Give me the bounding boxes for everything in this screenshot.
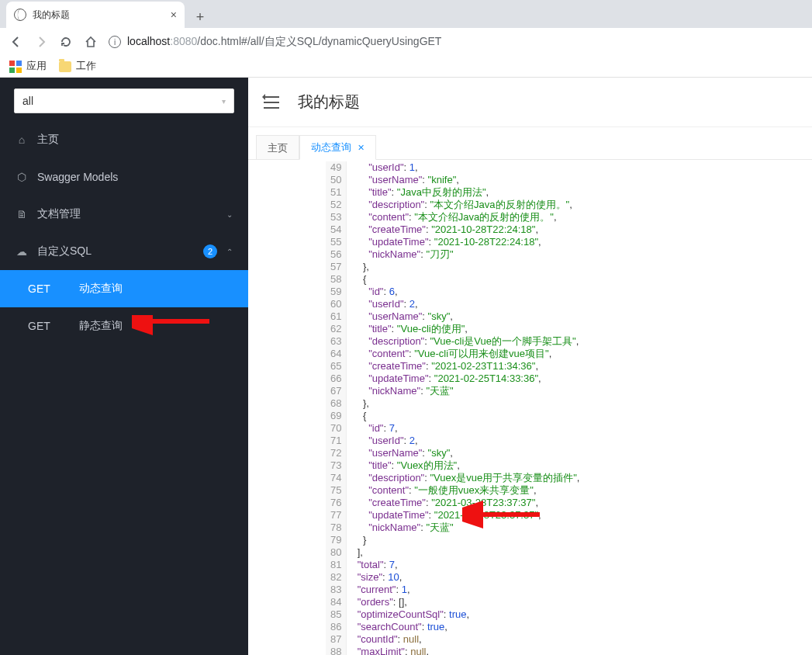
- line-number: 55: [330, 236, 341, 248]
- code-line: "size": 10,: [351, 571, 579, 584]
- apps-bookmark[interactable]: 应用: [9, 60, 47, 73]
- api-item-静态查询[interactable]: GET静态查询: [0, 307, 248, 345]
- line-number: 56: [330, 248, 341, 261]
- line-number: 67: [330, 385, 341, 397]
- line-number: 50: [330, 174, 341, 186]
- forward-icon: [34, 35, 48, 49]
- response-body[interactable]: 4950515253545556575859606162636465666768…: [326, 161, 812, 655]
- line-number: 70: [330, 422, 341, 435]
- code-line: "title": "Vuex的用法",: [351, 459, 579, 472]
- line-number: 74: [330, 472, 341, 484]
- url-path: /doc.html#/all/自定义SQL/dynamicQueryUsingG…: [197, 35, 441, 47]
- content-tab-主页[interactable]: 主页: [256, 135, 299, 160]
- http-method: GET: [28, 320, 56, 332]
- new-tab-button[interactable]: +: [189, 6, 211, 28]
- cloud-icon: ☁: [16, 245, 28, 258]
- code-line: {: [351, 410, 579, 422]
- browser-tab[interactable]: 我的标题 ×: [6, 2, 185, 28]
- api-item-动态查询[interactable]: GET动态查询: [0, 270, 248, 307]
- spec-select[interactable]: all ▾: [14, 88, 234, 113]
- globe-icon: [14, 9, 26, 21]
- api-label: 动态查询: [79, 282, 123, 296]
- line-number: 65: [330, 360, 341, 373]
- code-line: "id": 6,: [351, 286, 579, 298]
- page-title: 我的标题: [298, 92, 360, 113]
- close-icon[interactable]: ✕: [358, 143, 365, 153]
- spec-select-value: all: [22, 95, 33, 107]
- code-line: "nickName": "刀刃": [351, 248, 579, 261]
- line-number: 88: [330, 646, 341, 655]
- code-line: "id": 7,: [351, 422, 579, 435]
- sidebar-item-文档管理[interactable]: 🗎文档管理⌄: [0, 196, 248, 233]
- code-line: "total": 7,: [351, 559, 579, 571]
- sidebar-item-Swagger Models[interactable]: ⬡Swagger Models: [0, 158, 248, 196]
- line-number: 53: [330, 211, 341, 224]
- address-bar: i localhost:8080/doc.html#/all/自定义SQL/dy…: [0, 28, 812, 56]
- content-tab-动态查询[interactable]: 动态查询✕: [299, 135, 376, 160]
- code-line: "userName": "sky",: [351, 447, 579, 459]
- tab-label: 动态查询: [311, 140, 351, 154]
- code-line: "description": "Vue-cli是Vue的一个脚手架工具",: [351, 335, 579, 348]
- home-icon: ⌂: [16, 133, 28, 146]
- collapse-sidebar-icon[interactable]: [264, 96, 279, 109]
- line-number: 60: [330, 298, 341, 310]
- code-line: "userName": "knife",: [351, 174, 579, 186]
- code-line: ],: [351, 546, 579, 559]
- line-number: 87: [330, 633, 341, 646]
- line-number: 49: [330, 161, 341, 174]
- url-port: :8080: [170, 35, 197, 47]
- line-number: 64: [330, 348, 341, 360]
- line-number: 59: [330, 286, 341, 298]
- line-number: 58: [330, 273, 341, 286]
- doc-icon: 🗎: [16, 208, 28, 220]
- back-icon[interactable]: [9, 35, 23, 49]
- line-number: 66: [330, 373, 341, 385]
- code-line: "description": "Vuex是vue用于共享变量的插件",: [351, 472, 579, 484]
- main-panel: 我的标题 主页动态查询✕ 495051525354555657585960616…: [248, 78, 812, 655]
- reload-icon[interactable]: [59, 35, 73, 49]
- work-label: 工作: [76, 60, 96, 73]
- bookmarks-bar: 应用 工作: [0, 56, 812, 78]
- close-icon[interactable]: ×: [171, 9, 177, 21]
- line-number: 83: [330, 584, 341, 596]
- info-icon[interactable]: i: [109, 36, 121, 48]
- models-icon: ⬡: [16, 171, 28, 183]
- sidebar: all ▾ ⌂主页⬡Swagger Models🗎文档管理⌄☁自定义SQL2⌃ …: [0, 78, 248, 655]
- line-number: 84: [330, 596, 341, 608]
- code-line: "orders": [],: [351, 596, 579, 608]
- line-number: 57: [330, 261, 341, 273]
- code-line: {: [351, 273, 579, 286]
- line-number: 79: [330, 534, 341, 546]
- line-number: 81: [330, 559, 341, 571]
- chevron-icon: ⌃: [226, 248, 233, 256]
- code-line: "content": "一般使用vuex来共享变量",: [351, 484, 579, 497]
- code-line: },: [351, 261, 579, 273]
- line-number: 76: [330, 497, 341, 509]
- http-method: GET: [28, 282, 56, 295]
- code-line: "optimizeCountSql": true,: [351, 608, 579, 621]
- code-line: "title": "Vue-cli的使用",: [351, 323, 579, 335]
- sidebar-item-自定义SQL[interactable]: ☁自定义SQL2⌃: [0, 233, 248, 270]
- code-line: "userId": 1,: [351, 161, 579, 174]
- code-line: },: [351, 397, 579, 410]
- code-line: "content": "本文介绍Java的反射的使用。",: [351, 211, 579, 224]
- line-number: 73: [330, 459, 341, 472]
- browser-tabbar: 我的标题 × +: [0, 0, 812, 28]
- code-line: "updateTime": "2021-02-25T14:33:36",: [351, 373, 579, 385]
- code-line: "title": "Java中反射的用法",: [351, 186, 579, 199]
- sidebar-item-label: 主页: [37, 133, 233, 147]
- line-number: 69: [330, 410, 341, 422]
- code-line: "updateTime": "2021-03-28T23:37:37",: [351, 509, 579, 522]
- apps-icon: [9, 61, 22, 73]
- home-icon[interactable]: [84, 35, 98, 49]
- url-field[interactable]: i localhost:8080/doc.html#/all/自定义SQL/dy…: [109, 35, 803, 49]
- work-bookmark[interactable]: 工作: [59, 60, 96, 73]
- line-number: 62: [330, 323, 341, 335]
- line-number: 51: [330, 186, 341, 199]
- code-line: "countId": null,: [351, 633, 579, 646]
- line-number: 72: [330, 447, 341, 459]
- line-number: 71: [330, 435, 341, 447]
- chevron-icon: ⌄: [226, 210, 233, 219]
- sidebar-item-主页[interactable]: ⌂主页: [0, 121, 248, 158]
- code-line: "maxLimit": null,: [351, 646, 579, 655]
